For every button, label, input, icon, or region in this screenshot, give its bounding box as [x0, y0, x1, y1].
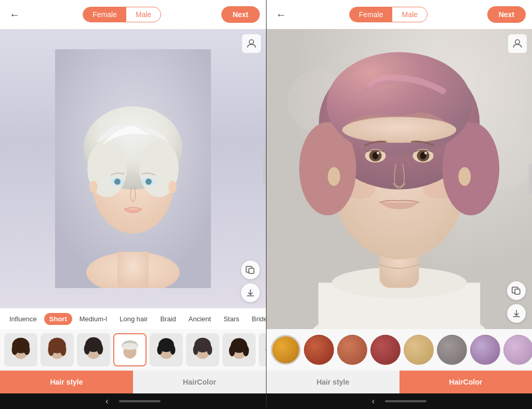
svg-point-22: [60, 344, 66, 356]
right-gender-toggle: Female Male: [349, 7, 428, 22]
svg-point-67: [377, 152, 379, 155]
svg-point-71: [515, 40, 520, 44]
left-haircolor-tab[interactable]: HairColor: [133, 371, 266, 393]
svg-point-32: [170, 345, 176, 355]
right-swatch-darkred[interactable]: [370, 335, 401, 365]
right-haircolor-tab[interactable]: HairColor: [400, 371, 533, 393]
left-header: ← Female Male Next: [0, 0, 266, 29]
svg-point-31: [157, 345, 163, 355]
left-hair-item-6[interactable]: [186, 333, 219, 366]
left-cat-short[interactable]: Short: [44, 313, 72, 325]
profile-user-icon-right: [512, 38, 523, 49]
right-copy-button[interactable]: [507, 281, 526, 300]
left-cat-medium[interactable]: Medium-l: [74, 313, 112, 325]
svg-point-25: [84, 344, 90, 355]
right-back-button[interactable]: ←: [273, 6, 289, 23]
svg-point-35: [193, 345, 198, 355]
svg-point-9: [114, 179, 121, 185]
right-male-button[interactable]: Male: [392, 7, 427, 22]
right-next-button[interactable]: Next: [487, 6, 526, 23]
right-color-row: [267, 329, 532, 371]
download-icon: [246, 288, 255, 297]
left-back-arrow-icon: ←: [9, 9, 20, 21]
svg-rect-14: [249, 268, 254, 274]
svg-point-28: [122, 343, 138, 350]
copy-icon: [246, 265, 255, 275]
right-bottom-tabs: Hair style HairColor: [267, 371, 532, 393]
right-swatch-copper[interactable]: [337, 335, 367, 365]
left-hair-item-5[interactable]: [150, 333, 183, 366]
left-hair-item-1[interactable]: [4, 333, 37, 366]
left-cat-longhair[interactable]: Long hair: [114, 313, 153, 325]
right-swatch-auburn[interactable]: [304, 335, 334, 365]
left-hair-item-7[interactable]: [222, 333, 256, 366]
left-male-button[interactable]: Male: [126, 7, 161, 22]
right-nav-dot: [385, 400, 427, 402]
left-download-button[interactable]: [241, 283, 260, 302]
left-nav-bar: ‹: [0, 393, 266, 409]
left-cat-bride[interactable]: Bride: [246, 313, 266, 325]
svg-point-69: [328, 167, 340, 186]
right-profile-icon[interactable]: [508, 34, 527, 53]
svg-point-40: [243, 345, 249, 357]
left-bottom-tabs: Hair style HairColor: [0, 371, 266, 393]
right-female-button[interactable]: Female: [350, 7, 393, 22]
svg-rect-2: [117, 252, 149, 288]
left-hair-item-4[interactable]: [113, 333, 147, 366]
right-swatch-pink[interactable]: [503, 335, 532, 365]
svg-point-68: [424, 152, 427, 155]
right-panel: ← Female Male Next: [266, 0, 532, 409]
right-nav-bar: ‹: [267, 393, 532, 409]
right-action-buttons: [507, 281, 526, 323]
left-next-button[interactable]: Next: [221, 6, 260, 23]
svg-point-21: [48, 344, 55, 356]
right-face-display: [267, 29, 532, 329]
left-image-area: [0, 29, 266, 308]
svg-point-10: [145, 179, 152, 185]
right-scroll-handle[interactable]: [529, 163, 532, 195]
download-icon-right: [512, 309, 521, 318]
svg-point-26: [97, 344, 103, 355]
left-action-buttons: [241, 261, 260, 302]
left-hairstyle-tab[interactable]: Hair style: [0, 371, 133, 393]
right-swatch-blonde[interactable]: [404, 335, 434, 365]
profile-user-icon: [246, 38, 257, 49]
left-hair-item-8[interactable]: [259, 333, 266, 366]
left-face-display: [0, 29, 266, 308]
right-swatch-ash[interactable]: [437, 335, 467, 365]
copy-icon-right: [512, 286, 521, 295]
right-download-button[interactable]: [507, 304, 526, 323]
right-swatch-golden[interactable]: [271, 335, 301, 365]
right-swatch-purple[interactable]: [470, 335, 500, 365]
left-panel: ← Female Male Next: [0, 0, 266, 409]
svg-point-13: [249, 40, 254, 44]
left-cat-stars[interactable]: Stars: [218, 313, 244, 325]
left-back-button[interactable]: ←: [6, 6, 23, 23]
left-hair-item-3[interactable]: [77, 333, 110, 366]
svg-point-17: [12, 345, 18, 355]
left-gender-toggle: Female Male: [83, 7, 161, 22]
svg-point-36: [207, 345, 212, 355]
left-hair-item-2[interactable]: [41, 333, 74, 366]
right-hairstyle-tab[interactable]: Hair style: [267, 371, 400, 393]
svg-point-60: [342, 117, 457, 143]
left-profile-icon[interactable]: [242, 34, 261, 53]
left-face-svg: [55, 49, 211, 288]
right-back-arrow-icon: ←: [276, 9, 286, 21]
left-hairstyle-row: [0, 329, 266, 371]
svg-point-39: [229, 345, 235, 357]
left-female-button[interactable]: Female: [83, 7, 126, 22]
left-category-tabs: Influence Short Medium-l Long hair Braid…: [0, 308, 266, 329]
svg-point-12: [168, 181, 177, 193]
right-nav-chevron-icon[interactable]: ‹: [372, 397, 375, 406]
svg-point-18: [24, 345, 30, 355]
left-nav-chevron-icon[interactable]: ‹: [105, 397, 108, 406]
left-cat-influence[interactable]: Influence: [4, 313, 42, 325]
left-nav-dot: [119, 400, 161, 402]
svg-rect-72: [515, 289, 520, 294]
left-copy-button[interactable]: [241, 261, 260, 279]
svg-point-11: [89, 181, 98, 193]
right-image-area: [267, 29, 532, 329]
left-cat-braid[interactable]: Braid: [155, 313, 181, 325]
left-cat-ancient[interactable]: Ancient: [183, 313, 216, 325]
